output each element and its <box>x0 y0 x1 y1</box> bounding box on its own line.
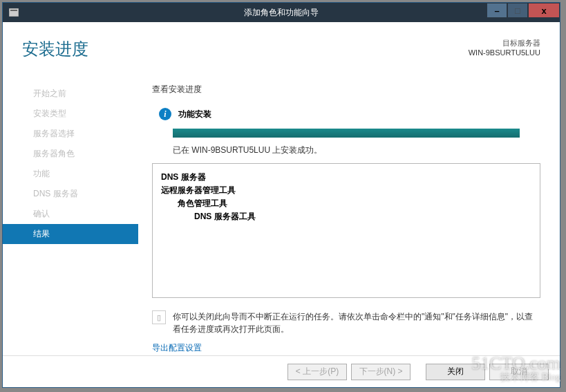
target-server-name: WIN-9BSURTU5LUU <box>469 48 540 57</box>
main-body: 开始之前 安装类型 服务器选择 服务器角色 功能 DNS 服务器 确认 结果 查… <box>3 78 560 354</box>
wizard-sidebar: 开始之前 安装类型 服务器选择 服务器角色 功能 DNS 服务器 确认 结果 <box>3 78 138 354</box>
svg-rect-1 <box>10 10 17 11</box>
flag-icon: ▯ <box>152 310 166 324</box>
sidebar-item-results: 结果 <box>3 224 138 244</box>
export-config-link[interactable]: 导出配置设置 <box>152 342 540 354</box>
main-panel: 查看安装进度 i 功能安装 已在 WIN-9BSURTU5LUU 上安装成功。 … <box>138 78 560 354</box>
tree-item: 角色管理工具 <box>178 197 531 210</box>
minimize-button[interactable]: – <box>487 3 507 18</box>
tree-item: 远程服务器管理工具 <box>161 184 531 197</box>
sidebar-item-server-select: 服务器选择 <box>3 124 138 144</box>
header-region: 安装进度 目标服务器 WIN-9BSURTU5LUU <box>3 23 560 67</box>
tree-item: DNS 服务器 <box>161 171 531 184</box>
install-result-text: 已在 WIN-9BSURTU5LUU 上安装成功。 <box>173 144 540 156</box>
result-tree-box: DNS 服务器 远程服务器管理工具 角色管理工具 DNS 服务器工具 <box>152 163 540 298</box>
sidebar-item-install-type: 安装类型 <box>3 104 138 124</box>
sidebar-item-before-begin: 开始之前 <box>3 84 138 104</box>
window-title: 添加角色和功能向导 <box>244 7 319 19</box>
close-button[interactable]: 关闭 <box>426 364 485 380</box>
status-text: 功能安装 <box>178 109 211 120</box>
previous-button: < 上一步(P) <box>287 364 347 380</box>
target-server-label: 目标服务器 <box>469 38 540 48</box>
app-icon <box>7 7 21 18</box>
section-label: 查看安装进度 <box>152 84 540 95</box>
close-window-button[interactable]: x <box>528 3 560 18</box>
info-footer: ▯ 你可以关闭此向导而不中断正在运行的任务。请依次单击命令栏中的"通知"和"任务… <box>152 310 540 335</box>
cancel-button: 取消 <box>489 364 549 380</box>
sidebar-item-server-roles: 服务器角色 <box>3 144 138 164</box>
info-icon: i <box>159 108 171 120</box>
info-footer-text: 你可以关闭此向导而不中断正在运行的任务。请依次单击命令栏中的"通知"和"任务详细… <box>173 310 540 335</box>
sidebar-item-confirm: 确认 <box>3 204 138 224</box>
status-row: i 功能安装 <box>159 108 540 120</box>
button-bar: < 上一步(P) 下一步(N) > 关闭 取消 <box>3 355 560 387</box>
content-area: 安装进度 目标服务器 WIN-9BSURTU5LUU 开始之前 安装类型 服务器… <box>3 23 560 387</box>
server-info-panel: 目标服务器 WIN-9BSURTU5LUU <box>469 38 540 57</box>
page-title: 安装进度 <box>22 38 88 60</box>
maximize-button: □ <box>507 3 528 18</box>
titlebar: 添加角色和功能向导 – □ x <box>3 3 560 22</box>
progress-bar <box>173 129 520 138</box>
sidebar-item-features: 功能 <box>3 164 138 184</box>
next-button: 下一步(N) > <box>351 364 411 380</box>
tree-item: DNS 服务器工具 <box>194 210 531 223</box>
sidebar-item-dns-server: DNS 服务器 <box>3 184 138 204</box>
window-controls: – □ x <box>487 3 560 18</box>
svg-rect-0 <box>9 8 19 17</box>
wizard-window: 添加角色和功能向导 – □ x 安装进度 目标服务器 WIN-9BSURTU5L… <box>2 2 560 388</box>
